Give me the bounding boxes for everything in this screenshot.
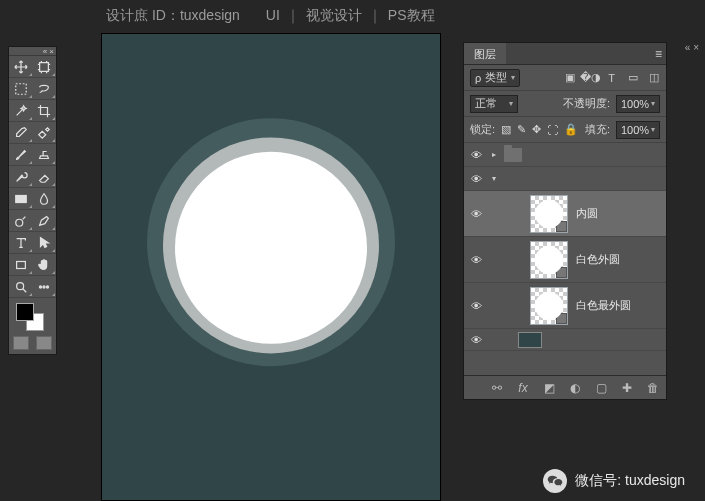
chevron-down-icon: ▾ [651, 125, 655, 134]
lock-paint-icon[interactable]: ✎ [517, 123, 526, 136]
brush-tool[interactable] [9, 144, 33, 166]
wechat-label: 微信号: tuxdesign [575, 472, 685, 490]
wechat-icon [543, 469, 567, 493]
chevron-down-icon: ▾ [651, 99, 655, 108]
link-layers-icon[interactable]: ⚯ [490, 381, 504, 395]
new-group-icon[interactable]: ▢ [594, 381, 608, 395]
opacity-label: 不透明度: [563, 96, 610, 111]
group-row[interactable]: 👁 ▸ [464, 143, 666, 167]
disclosure-right-icon[interactable]: ▸ [488, 150, 500, 159]
filter-type-label: 类型 [485, 70, 507, 85]
history-brush-tool[interactable] [9, 166, 33, 188]
filter-row: ρ 类型 ▾ ▣ �◑ T ▭ ◫ [464, 65, 666, 91]
layer-name-label: 内圆 [576, 206, 598, 221]
lock-trans-icon[interactable]: ▧ [501, 123, 511, 136]
svg-point-5 [16, 282, 23, 289]
nav-ui: UI [266, 7, 280, 25]
layer-row[interactable]: 👁 白色外圆 [464, 237, 666, 283]
path-select-tool[interactable] [33, 232, 57, 254]
delete-icon[interactable]: 🗑 [646, 381, 660, 395]
filter-adjust-icon[interactable]: �◑ [584, 71, 597, 84]
color-swatches[interactable] [9, 298, 56, 332]
layer-thumbnail[interactable] [518, 332, 542, 348]
filter-shape-icon[interactable]: ▭ [626, 71, 639, 84]
fx-icon[interactable]: fx [516, 381, 530, 395]
filter-pixel-icon[interactable]: ▣ [563, 71, 576, 84]
eraser-tool[interactable] [33, 166, 57, 188]
visibility-toggle-icon[interactable]: 👁 [468, 252, 484, 268]
panel-menu-icon[interactable]: ≡ [655, 43, 666, 64]
foreground-swatch[interactable] [16, 303, 34, 321]
fill-input[interactable]: 100% ▾ [616, 121, 660, 139]
lock-all-icon[interactable]: 🔒 [564, 123, 578, 136]
artboard-tool[interactable] [33, 56, 57, 78]
canvas[interactable] [101, 33, 441, 501]
svg-point-8 [47, 285, 49, 287]
group-row[interactable]: 👁 ▾ [464, 167, 666, 191]
panel-collapse-arrows[interactable]: « × [685, 42, 699, 53]
visibility-toggle-icon[interactable]: 👁 [468, 298, 484, 314]
filter-type-icon[interactable]: T [605, 71, 618, 84]
move-tool[interactable] [9, 56, 33, 78]
tab-layers[interactable]: 图层 [464, 43, 506, 64]
magic-wand-tool[interactable] [9, 100, 33, 122]
eyedropper-tool[interactable] [9, 122, 33, 144]
svg-point-7 [43, 285, 45, 287]
edit-toolbar-tool[interactable] [33, 276, 57, 298]
layer-thumbnail[interactable] [530, 241, 568, 279]
layer-name-label: 白色最外圆 [576, 298, 631, 313]
gradient-tool[interactable] [9, 188, 33, 210]
nav-sep: ｜ [286, 7, 300, 25]
dodge-tool[interactable] [9, 210, 33, 232]
adjustment-icon[interactable]: ◐ [568, 381, 582, 395]
hand-tool[interactable] [33, 254, 57, 276]
visibility-toggle-icon[interactable]: 👁 [468, 332, 484, 348]
layer-row[interactable]: 👁 内圆 [464, 191, 666, 237]
nav-ps: PS教程 [388, 7, 435, 25]
clone-stamp-tool[interactable] [33, 144, 57, 166]
type-tool[interactable] [9, 232, 33, 254]
wechat-footer: 微信号: tuxdesign [543, 469, 685, 493]
lock-pos-icon[interactable]: ✥ [532, 123, 541, 136]
spot-heal-tool[interactable] [33, 122, 57, 144]
new-layer-icon[interactable]: ✚ [620, 381, 634, 395]
layer-thumbnail[interactable] [530, 287, 568, 325]
lock-artboard-icon[interactable]: ⛶ [547, 124, 558, 136]
lock-label: 锁定: [470, 122, 495, 137]
svg-rect-4 [16, 261, 25, 268]
rect-marquee-tool[interactable] [9, 78, 33, 100]
page-header: 设计庶 ID：tuxdesign UI ｜ 视觉设计 ｜ PS教程 [0, 0, 705, 32]
layer-row[interactable]: 👁 [464, 329, 666, 351]
lasso-tool[interactable] [33, 78, 57, 100]
standard-mode-icon[interactable] [13, 336, 29, 350]
filter-type-select[interactable]: ρ 类型 ▾ [470, 69, 520, 87]
blur-tool[interactable] [33, 188, 57, 210]
opacity-value: 100% [621, 98, 649, 110]
layer-tree: 👁 ▸ 👁 ▾ 👁 内圆 👁 白色外圆 👁 白色最外圆 👁 [464, 143, 666, 375]
pen-tool[interactable] [33, 210, 57, 232]
quick-mask-toggle[interactable] [9, 332, 56, 354]
opacity-input[interactable]: 100% ▾ [616, 95, 660, 113]
visibility-toggle-icon[interactable]: 👁 [468, 206, 484, 222]
svg-rect-0 [40, 62, 49, 71]
tools-header[interactable]: « × [9, 47, 56, 56]
search-icon: ρ [475, 72, 481, 84]
rectangle-tool[interactable] [9, 254, 33, 276]
screen-mode-icon[interactable] [36, 336, 52, 350]
svg-point-6 [40, 285, 42, 287]
mask-icon[interactable]: ◩ [542, 381, 556, 395]
layer-thumbnail[interactable] [530, 195, 568, 233]
blend-mode-label: 正常 [475, 96, 497, 111]
disclosure-down-icon[interactable]: ▾ [488, 174, 500, 183]
folder-icon [504, 148, 522, 162]
zoom-tool[interactable] [9, 276, 33, 298]
visibility-toggle-icon[interactable]: 👁 [468, 171, 484, 187]
tools-grid [9, 56, 56, 298]
filter-smart-icon[interactable]: ◫ [647, 71, 660, 84]
crop-tool[interactable] [33, 100, 57, 122]
layers-panel: 图层 ≡ ρ 类型 ▾ ▣ �◑ T ▭ ◫ 正常 ▾ 不透明度: 100% ▾… [463, 42, 667, 400]
blend-mode-select[interactable]: 正常 ▾ [470, 95, 518, 113]
visibility-toggle-icon[interactable]: 👁 [468, 147, 484, 163]
fill-value: 100% [621, 124, 649, 136]
layer-row[interactable]: 👁 白色最外圆 [464, 283, 666, 329]
